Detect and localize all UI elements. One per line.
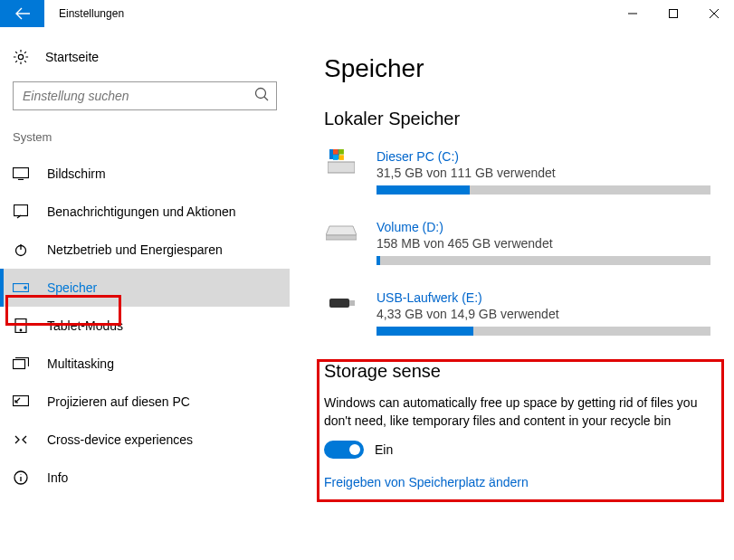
sidebar: Startseite System Bildschirm Benachricht…: [0, 27, 290, 560]
sidebar-item-label: Netzbetrieb und Energiesparen: [47, 242, 223, 257]
storage-icon: [13, 280, 29, 296]
minimize-button[interactable]: [612, 0, 653, 27]
svg-point-7: [24, 287, 26, 289]
tablet-icon: [13, 318, 29, 334]
toggle-knob: [349, 444, 360, 455]
sidebar-item-info[interactable]: Info: [0, 459, 290, 497]
window-controls: [612, 0, 734, 27]
drive-d[interactable]: Volume (D:) 158 MB von 465 GB verwendet: [324, 220, 710, 265]
storage-sense-title: Storage sense: [324, 361, 710, 382]
storage-sense-toggle[interactable]: [324, 441, 364, 459]
drive-e[interactable]: USB-Laufwerk (E:) 4,33 GB von 14,9 GB ve…: [324, 290, 710, 336]
drive-name: USB-Laufwerk (E:): [377, 290, 710, 305]
svg-rect-19: [338, 155, 344, 160]
sidebar-item-multitasking[interactable]: Multitasking: [0, 345, 290, 383]
sidebar-item-tablet[interactable]: Tablet-Modus: [0, 307, 290, 345]
search-wrap: [13, 81, 277, 110]
sidebar-item-projecting[interactable]: Projizieren auf diesen PC: [0, 383, 290, 421]
svg-rect-17: [338, 149, 344, 155]
drive-c[interactable]: Dieser PC (C:) 31,5 GB von 111 GB verwen…: [324, 149, 710, 195]
drive-info: Volume (D:) 158 MB von 465 GB verwendet: [377, 220, 710, 265]
svg-marker-20: [326, 226, 357, 235]
svg-point-2: [256, 89, 266, 99]
drive-usage: 4,33 GB von 14,9 GB verwendet: [377, 307, 710, 321]
back-button[interactable]: [0, 0, 44, 27]
sidebar-item-cross-device[interactable]: Cross-device experiences: [0, 421, 290, 459]
local-storage-title: Lokaler Speicher: [324, 109, 710, 129]
storage-sense-state-label: Ein: [375, 442, 393, 457]
svg-rect-4: [14, 205, 28, 216]
drive-usage: 31,5 GB von 111 GB verwendet: [377, 166, 710, 180]
svg-rect-13: [328, 162, 355, 173]
main-panel: Speicher Lokaler Speicher Dieser PC (C:)…: [290, 27, 734, 560]
storage-sense-toggle-row: Ein: [324, 441, 710, 459]
usb-drive-icon: [324, 290, 358, 316]
display-icon: [13, 166, 29, 182]
projecting-icon: [13, 394, 29, 410]
sidebar-item-label: Bildschirm: [47, 166, 106, 181]
drive-bar: [377, 256, 710, 265]
search-icon: [253, 86, 272, 108]
drive-info: USB-Laufwerk (E:) 4,33 GB von 14,9 GB ve…: [377, 290, 710, 336]
svg-rect-16: [333, 149, 338, 155]
sidebar-item-label: Info: [47, 470, 68, 485]
sidebar-item-label: Multitasking: [47, 356, 114, 371]
sidebar-item-label: Benachrichtigungen und Aktionen: [47, 204, 236, 219]
drive-info: Dieser PC (C:) 31,5 GB von 111 GB verwen…: [377, 149, 710, 195]
home-row[interactable]: Startseite: [0, 45, 290, 81]
sidebar-item-power[interactable]: Netzbetrieb und Energiesparen: [0, 231, 290, 269]
drive-name: Dieser PC (C:): [377, 149, 710, 164]
storage-sense-description: Windows can automatically free up space …: [324, 394, 710, 430]
drive-bar: [377, 327, 710, 336]
title-bar: Einstellungen: [0, 0, 734, 27]
sidebar-item-label: Tablet-Modus: [47, 318, 123, 333]
gear-icon: [13, 49, 29, 65]
maximize-button[interactable]: [653, 0, 693, 27]
svg-point-9: [20, 329, 22, 331]
multitasking-icon: [13, 356, 29, 372]
windows-drive-icon: [324, 149, 358, 175]
sidebar-item-storage[interactable]: Speicher: [0, 269, 290, 307]
section-title: System: [0, 130, 290, 155]
svg-rect-10: [14, 360, 25, 369]
svg-rect-22: [329, 299, 349, 308]
svg-rect-18: [333, 155, 338, 160]
close-button[interactable]: [693, 0, 734, 27]
sidebar-item-label: Speicher: [47, 280, 97, 295]
drive-usage: 158 MB von 465 GB verwendet: [377, 236, 710, 251]
home-label: Startseite: [45, 50, 99, 64]
power-icon: [13, 242, 29, 258]
drive-bar: [377, 185, 710, 195]
sidebar-item-notifications[interactable]: Benachrichtigungen und Aktionen: [0, 193, 290, 231]
notifications-icon: [13, 204, 29, 220]
svg-rect-0: [669, 10, 677, 18]
sidebar-item-display[interactable]: Bildschirm: [0, 155, 290, 193]
svg-rect-23: [349, 300, 355, 306]
page-title: Speicher: [324, 54, 710, 83]
svg-rect-3: [14, 168, 29, 178]
svg-point-1: [18, 54, 23, 59]
search-input[interactable]: [13, 81, 277, 110]
drive-name: Volume (D:): [377, 220, 710, 234]
change-free-up-link[interactable]: Freigeben von Speicherplatz ändern: [324, 475, 529, 489]
info-icon: [13, 470, 29, 486]
sidebar-item-label: Projizieren auf diesen PC: [47, 394, 190, 409]
cross-device-icon: [13, 432, 29, 448]
window-title: Einstellungen: [44, 0, 612, 27]
sidebar-item-label: Cross-device experiences: [47, 432, 193, 447]
svg-rect-21: [326, 235, 357, 240]
hdd-icon: [324, 220, 358, 245]
